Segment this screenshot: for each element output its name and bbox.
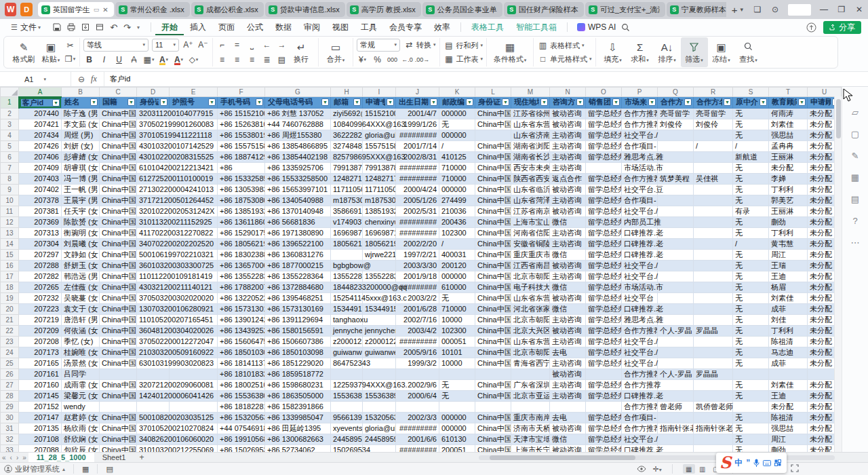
cell-N30[interactable]: 去电: [550, 412, 586, 423]
cell-B24[interactable]: 桂婉唯 (女: [62, 347, 100, 358]
cell-J7[interactable]: #########: [396, 162, 439, 173]
cell-T12[interactable]: 蒯劲: [769, 216, 808, 227]
cell-G18[interactable]: +86 1372884680: [265, 282, 331, 292]
cell-P33[interactable]: 口碑推荐.老: [622, 444, 658, 452]
cell-L16[interactable]: China中国: [475, 260, 511, 271]
cell-O7[interactable]: [586, 162, 622, 173]
cell-F2[interactable]: +86 15152100: [218, 108, 265, 119]
cell-C7[interactable]: China中国: [100, 162, 137, 173]
cell-G4[interactable]: +86 周煜155380: [265, 130, 331, 140]
column-header-A[interactable]: A: [19, 88, 62, 97]
cell-K24[interactable]: 10101: [439, 347, 475, 358]
cell-M26[interactable]: [511, 368, 550, 379]
cell-C12[interactable]: China中国: [100, 216, 137, 227]
cell-T21[interactable]: 刘佳: [769, 314, 808, 325]
file-tab[interactable]: S可过_支付宝+_滴滴: [585, 2, 665, 17]
undo-icon[interactable]: ↶: [110, 22, 117, 33]
cell-D13[interactable]: 411702200312270822: [137, 227, 170, 238]
cell-D19[interactable]: 370503200302020020: [137, 292, 170, 303]
cell-B7[interactable]: 胡睿琪 (女: [62, 162, 100, 173]
cell-O19[interactable]: 留学总经办: [586, 292, 622, 303]
clear-format-icon[interactable]: ◇▾: [188, 54, 199, 66]
cell-S9[interactable]: 无: [733, 184, 769, 195]
bold-icon[interactable]: B: [83, 54, 95, 66]
column-header-R[interactable]: R: [694, 88, 733, 97]
cell-G24[interactable]: +86 1850103098: [265, 347, 331, 358]
cell-B2[interactable]: 陈子逸 (男: [62, 108, 100, 119]
row-header-32[interactable]: 32: [1, 434, 19, 444]
cell-H7[interactable]: 799138782: [331, 162, 363, 173]
file-tab[interactable]: S宁夏教师样本.xlsx: [667, 2, 726, 17]
column-header-Q[interactable]: Q: [658, 88, 694, 97]
row-header-14[interactable]: 14: [1, 238, 19, 249]
cell-O5[interactable]: 留学总经办: [586, 140, 622, 151]
cell-J9[interactable]: 2000/4/24: [396, 184, 439, 195]
sum-button[interactable]: Σ 求和▾: [627, 37, 654, 67]
column-header-O[interactable]: O: [586, 88, 622, 97]
cell-H13[interactable]: 169698712: [331, 227, 363, 238]
header-cell-J[interactable]: 出生日期▼: [396, 97, 439, 109]
cell-S15[interactable]: 无: [733, 249, 769, 260]
cell-I30[interactable]: 153205639: [363, 412, 396, 423]
cell-H30[interactable]: 956613934: [331, 412, 363, 423]
cell-T30[interactable]: 陈祖清: [769, 412, 808, 423]
cell-M6[interactable]: 湖南省长沙: [511, 151, 550, 162]
cell-B21[interactable]: 唐浩轩 (男: [62, 314, 100, 325]
cell-M4[interactable]: 山东省济南: [511, 130, 550, 140]
header-cell-B[interactable]: 姓名▼: [62, 97, 100, 109]
cell-B12[interactable]: 陈歆赟 (女: [62, 216, 100, 227]
fx-icon[interactable]: fx: [91, 74, 97, 84]
cell-B22[interactable]: 何依涵 (女: [62, 325, 100, 336]
cell-O25[interactable]: 留学总经办: [586, 358, 622, 368]
cell-R10[interactable]: [694, 195, 733, 206]
cell-N16[interactable]: 被动咨询: [550, 260, 586, 271]
cell-B19[interactable]: 吴晓蔓 (女: [62, 292, 100, 303]
cell-R6[interactable]: [694, 151, 733, 162]
cell-K25[interactable]: 10000: [439, 358, 475, 368]
cell-S12[interactable]: 无: [733, 216, 769, 227]
menu-tab[interactable]: 数据: [269, 19, 298, 35]
cell-R4[interactable]: [694, 130, 733, 140]
cell-G30[interactable]: +86 1339985047: [265, 412, 331, 423]
cell-T28[interactable]: 王迪: [769, 390, 808, 401]
cell-D23[interactable]: 370502200012272047: [137, 336, 170, 347]
cell-T8[interactable]: 李婵: [769, 173, 808, 184]
cell-R30[interactable]: [694, 412, 733, 423]
cell-K18[interactable]: 610000: [439, 282, 475, 292]
filter-dropdown-icon[interactable]: ▼: [127, 98, 135, 106]
row-header-2[interactable]: 2: [1, 108, 19, 119]
cell-L29[interactable]: [475, 401, 511, 412]
header-cell-E[interactable]: 护照号▼: [170, 97, 218, 109]
cell-I10[interactable]: m18753080: [363, 195, 396, 206]
header-cell-F[interactable]: 手机号码▼: [218, 97, 265, 109]
cell-M11[interactable]: 江苏省南京: [511, 206, 550, 216]
cell-F27[interactable]: +86 18002510: [218, 379, 265, 390]
copy-icon[interactable]: ❐▾: [64, 54, 76, 65]
cell-K9[interactable]: 000000: [439, 184, 475, 195]
selection-mode-icon[interactable]: ✛▾: [652, 465, 661, 474]
cell-C9[interactable]: China中国: [100, 184, 137, 195]
select-all-corner[interactable]: [1, 88, 19, 97]
cell-G22[interactable]: +86 1580156591: [265, 325, 331, 336]
cell-R17[interactable]: [694, 271, 733, 282]
column-header-B[interactable]: B: [62, 88, 100, 97]
cell-D18[interactable]: 430321200211140121: [137, 282, 170, 292]
cell-L23[interactable]: China中国: [475, 336, 511, 347]
cell-C20[interactable]: China中国: [100, 303, 137, 314]
cell-C8[interactable]: China中国: [100, 173, 137, 184]
cell-M8[interactable]: 陕西省西安: [511, 173, 550, 184]
cell-H10[interactable]: m18753080: [331, 195, 363, 206]
filter-dropdown-icon[interactable]: ▼: [321, 98, 329, 106]
decrease-font-icon[interactable]: A⁻: [197, 39, 209, 51]
system-menu[interactable]: 业财管理系统 ▴: [4, 464, 65, 474]
cell-T22[interactable]: 丁利利: [769, 325, 808, 336]
strikethrough-icon[interactable]: A: [128, 54, 140, 66]
cell-F6[interactable]: +86 18874129: [218, 151, 265, 162]
cell-C32[interactable]: China中国: [100, 434, 137, 444]
row-header-22[interactable]: 22: [1, 325, 19, 336]
header-cell-H[interactable]: 邮箱▼: [331, 97, 363, 109]
align-right-icon[interactable]: ≡: [246, 54, 258, 66]
filter-dropdown-icon[interactable]: ▼: [90, 98, 98, 106]
cell-P28[interactable]: 口碑推荐.老: [622, 390, 658, 401]
align-top-icon[interactable]: ⌐: [216, 39, 228, 51]
